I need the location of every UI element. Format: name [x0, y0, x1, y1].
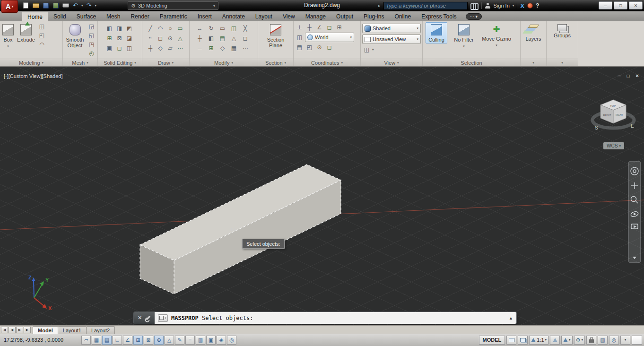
draw-tool-icon[interactable]: ┼ — [146, 44, 155, 52]
tab-render[interactable]: Render — [125, 12, 154, 21]
tab-home[interactable]: Home — [22, 12, 48, 21]
tab-view[interactable]: View — [278, 12, 300, 21]
command-line[interactable]: ✕ ▾ MASSPROP Select objects: ▲ — [134, 312, 516, 324]
viewport-config-icon[interactable]: ◫ — [362, 45, 371, 54]
infocenter-collapse-icon[interactable]: ▸ — [378, 3, 381, 8]
panel-label-solid-editing[interactable]: Solid Editing▾ — [98, 59, 142, 66]
panel-label-selection[interactable]: Selection — [423, 59, 520, 66]
coordinates-tool-icon[interactable]: ▤ — [295, 43, 304, 52]
modify-tool-icon[interactable]: ⊞ — [207, 44, 216, 52]
modify-tool-icon[interactable]: ⋯ — [241, 44, 250, 52]
draw-tool-icon[interactable]: △ — [176, 34, 185, 43]
mesh-tool-icon[interactable]: ◳ — [87, 40, 96, 49]
tab-insert[interactable]: Insert — [192, 12, 217, 21]
solid-editing-tool-icon[interactable]: ⊠ — [115, 34, 124, 43]
tab-solid[interactable]: Solid — [48, 12, 71, 21]
isolate-objects-button[interactable]: ◎ — [609, 336, 619, 345]
help-icon[interactable]: ? — [536, 2, 539, 9]
modify-tool-icon[interactable]: ═ — [195, 44, 204, 52]
solid-editing-tool-icon[interactable]: ◧ — [105, 24, 114, 33]
exchange-apps-icon[interactable]: X — [520, 2, 524, 9]
annotation-scale-button[interactable]: 1:1 ▾ — [529, 336, 548, 345]
modify-tool-icon[interactable]: ◇ — [218, 44, 227, 52]
coordinates-tool-icon[interactable]: ◻ — [325, 23, 334, 32]
viewport-restore-icon[interactable]: □ — [627, 73, 630, 78]
redo-button[interactable]: ↷ — [85, 1, 93, 9]
command-close-icon[interactable]: ✕ — [138, 315, 142, 321]
tab-express-tools[interactable]: Express Tools — [416, 12, 461, 21]
toggle-ortho[interactable]: ∟ — [113, 336, 122, 345]
ribbon-options-button[interactable]: ⋯ ▾ — [466, 13, 482, 20]
draw-tool-icon[interactable]: ◇ — [156, 44, 165, 52]
toggle-snap[interactable]: ▦ — [92, 336, 101, 345]
clean-screen-button[interactable] — [632, 336, 642, 345]
mesh-tool-icon[interactable]: ◲ — [87, 22, 96, 31]
coordinates-tool-icon[interactable]: ⊞ — [335, 23, 344, 32]
tab-output[interactable]: Output — [331, 12, 358, 21]
viewport-config-caret-icon[interactable]: ▾ — [372, 48, 374, 52]
culling-button[interactable]: Culling — [426, 22, 447, 43]
first-layout-button[interactable]: ◀ — [1, 327, 8, 333]
modeling-tool-icon[interactable]: ◠ — [37, 40, 46, 49]
toolbar-lock-button[interactable] — [586, 336, 596, 345]
draw-tool-icon[interactable]: ▱ — [166, 44, 175, 52]
modify-tool-icon[interactable]: △ — [229, 34, 238, 43]
undo-button[interactable]: ↶ — [71, 1, 79, 9]
drawing-viewport[interactable]: Z Y X S E TOP FRONT RIGHT — [0, 67, 644, 325]
coordinates-tool-icon[interactable]: ∠ — [315, 23, 324, 32]
toggle-3dosnap[interactable]: ⊠ — [144, 336, 153, 345]
search-input[interactable] — [383, 2, 468, 10]
viewport-close-icon[interactable]: ✕ — [635, 73, 639, 78]
search-binoculars-icon[interactable] — [470, 3, 479, 9]
workspace-dropdown[interactable]: ⚙ 3D Modeling ▾ — [128, 1, 218, 10]
solid-editing-tool-icon[interactable]: ◩ — [125, 24, 134, 33]
undo-dropdown-caret[interactable]: ▾ — [81, 4, 83, 8]
modify-tool-icon[interactable]: ↻ — [207, 24, 216, 33]
coordinates-tool-icon[interactable]: ⊙ — [315, 43, 324, 52]
tab-online[interactable]: Online — [389, 12, 416, 21]
toggle-qp[interactable]: ▣ — [206, 336, 216, 345]
solid-editing-tool-icon[interactable]: ◻ — [115, 44, 124, 52]
maximize-button[interactable]: □ — [614, 1, 627, 9]
close-button[interactable]: ✕ — [629, 1, 643, 9]
coordinates-tool-icon[interactable]: ◰ — [305, 43, 314, 52]
workspace-switching-button[interactable]: ⚙ ▾ — [574, 336, 585, 345]
toggle-ducs[interactable]: △ — [165, 336, 174, 345]
toggle-am[interactable]: ◎ — [227, 336, 236, 345]
quick-view-layouts-button[interactable] — [506, 336, 516, 345]
coordinates-tool-icon[interactable]: ⊥ — [295, 23, 304, 32]
draw-tool-icon[interactable]: ○ — [166, 24, 175, 33]
panel-label-modify[interactable]: Modify▾ — [190, 59, 258, 66]
panel-label-mesh[interactable]: Mesh▾ — [63, 59, 97, 66]
toggle-lwt[interactable]: ≡ — [185, 336, 195, 345]
solid-editing-tool-icon[interactable]: ▣ — [105, 44, 114, 52]
layers-button[interactable]: Layers — [524, 22, 542, 43]
solid-editing-tool-icon[interactable]: ◪ — [125, 34, 134, 43]
coordinates-tool-icon[interactable]: ┼ — [305, 23, 314, 32]
groups-button[interactable]: Groups — [553, 22, 572, 39]
layout-tab-layout1[interactable]: Layout1 — [58, 326, 87, 334]
view-dropdown[interactable]: Unsaved View ▾ — [362, 35, 421, 44]
modify-tool-icon[interactable]: ◫ — [229, 24, 238, 33]
open-button[interactable] — [32, 1, 40, 9]
modeling-tool-icon[interactable]: ◰ — [37, 31, 46, 40]
tab-parametric[interactable]: Parametric — [155, 12, 192, 21]
viewport-minimize-icon[interactable]: ─ — [618, 73, 621, 78]
toggle-sc[interactable]: ◈ — [217, 336, 226, 345]
coordinates-tool-icon[interactable]: ◻ — [325, 43, 334, 52]
visual-style-dropdown[interactable]: Shaded ▾ — [362, 24, 421, 33]
smooth-object-button[interactable]: Smooth Object — [64, 22, 86, 49]
wcs-dropdown[interactable]: WCS ▾ — [603, 142, 624, 149]
sign-in-caret-icon[interactable]: ▾ — [513, 4, 514, 8]
redo-dropdown-caret[interactable]: ▾ — [95, 4, 97, 8]
toggle-polar[interactable]: ∠ — [123, 336, 132, 345]
draw-tool-icon[interactable]: ⋯ — [176, 44, 185, 52]
application-menu-button[interactable]: A ▾ — [1, 0, 18, 13]
plot-button[interactable] — [61, 1, 70, 9]
modify-tool-icon[interactable]: ◻ — [241, 34, 250, 43]
panel-label-layers[interactable]: ▾ — [521, 59, 546, 66]
tab-plugins[interactable]: Plug-ins — [358, 12, 389, 21]
modify-tool-icon[interactable]: ▦ — [229, 44, 238, 52]
solid-editing-tool-icon[interactable]: ⊞ — [105, 34, 114, 43]
modify-tool-icon[interactable]: ▤ — [218, 34, 227, 43]
